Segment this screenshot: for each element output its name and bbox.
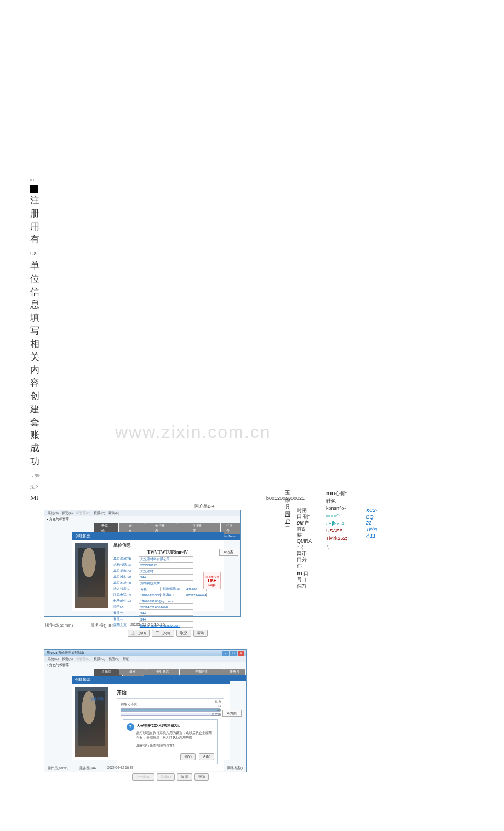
vt-3: 用 <box>30 221 39 232</box>
f1-label: 机构代码(O) <box>113 562 139 567</box>
ss1-menu-3[interactable]: 权限(O) <box>94 511 105 516</box>
wizard-image-icon <box>75 543 108 608</box>
f2-input[interactable]: 大光照材 <box>139 568 193 573</box>
f4-label: 单位地址(R) <box>113 580 139 585</box>
c2-r1b: 硝" <box>303 514 310 519</box>
ss2-r4: 总方案 <box>211 713 221 717</box>
f7-input[interactable]: 1362099306@qq.com <box>139 599 193 604</box>
f5-input[interactable]: 蒋昌 <box>139 587 161 591</box>
ss2-tab-f5[interactable]: 任务号 <box>224 669 245 675</box>
ss1-menu-2[interactable]: 帐套库(D) <box>76 511 90 516</box>
ss2-tab-f1[interactable]: 子系统 <box>94 669 119 675</box>
ss2-bottom-buttons: 上一步(U) 完成(F) 取 消 帮助 <box>113 773 227 781</box>
logo-placeholder[interactable]: 点这里爷选 U8+ Logo <box>203 572 221 589</box>
ss2-menu-0[interactable]: 系统(S) <box>48 657 59 662</box>
ss2-title: 用友U8[系统管理][演示版] <box>47 651 84 656</box>
f7-label: 电子邮件(E) <box>113 599 139 604</box>
ss1-wizard-body: 单位信息 TWVTWTUFSnn~lV 单位名称(N)大光照材料有限公司 机构代… <box>72 540 224 611</box>
ss2-confirm-box: ? 大光照材20XX1营科成功: 您可以现在执行系统共用的设置，或以后从企业应用… <box>123 719 218 764</box>
ss1-side-btn[interactable]: 6/方案 <box>219 549 238 556</box>
screenshot-init-dialog: 用友U8[系统管理][演示版] - □ × 系统(S) 帐套(A) 帐套库(D)… <box>44 649 247 772</box>
ss2-menu-5[interactable]: 帮助 <box>123 657 129 662</box>
vt-11: 相 <box>30 339 39 349</box>
ss2-wizard-header: 创建帐套 <box>72 676 230 684</box>
black-square-icon <box>30 185 38 193</box>
ss1-btn-prev[interactable]: 上一步(U) <box>128 630 150 637</box>
f4-input[interactable]: 湖南科技大学 <box>139 580 193 585</box>
progress-bar-1 <box>121 708 220 712</box>
logo-u8: U8+ <box>204 578 220 583</box>
ss2-footer-right: 网络方案() <box>227 766 243 771</box>
f0-input[interactable]: 大光照材料有限公司 <box>139 556 193 561</box>
f3-input[interactable]: 344 <box>139 574 193 579</box>
ss2-footer: 操作员(admin) 服务器()HR 2023-02-22 16:39 网络方案… <box>48 766 243 771</box>
ss2-start-label: 开始 <box>117 689 227 696</box>
ss2-msg-body2: 现在执行系统共同的设置? <box>136 743 214 748</box>
f10-input[interactable]: 344 <box>139 617 193 622</box>
ss1-btn-next[interactable]: 下一步(U) <box>152 630 174 637</box>
ss2-tab-f4[interactable]: 生期时间 <box>180 669 224 675</box>
op-b: 服务器()HR <box>90 622 113 628</box>
tiny-label-2: 法？ <box>30 485 39 490</box>
fax-input[interactable]: 873371###44 <box>185 593 207 597</box>
ss2-r1: 总点 <box>211 700 221 704</box>
logo-text: Logo <box>204 583 220 587</box>
f2-label: 单位简称(A) <box>113 568 139 573</box>
f3-label: 单位域名(D) <box>113 574 139 579</box>
ss2-bbtn-3[interactable]: 帮助 <box>194 773 209 781</box>
maximize-icon[interactable]: □ <box>230 651 237 656</box>
blue-2: Ti^^c 4 11 <box>366 527 377 539</box>
vt-6: 位 <box>30 274 39 284</box>
ss1-tree[interactable]: ▸ 角色与帐套库 <box>44 516 240 523</box>
ss2-footer-op: 操作员(admin) <box>48 766 68 771</box>
vt-15: 创 <box>30 391 39 401</box>
fax-label: 传真(F) <box>163 593 185 597</box>
c2-r6: 伟7厂 <box>297 583 312 589</box>
vt-16: 建 <box>30 404 39 414</box>
rb-line1b: 周户二 <box>285 511 290 531</box>
ss1-btn-cancel[interactable]: 取 消 <box>176 630 192 637</box>
vt-9: 填 <box>30 312 39 323</box>
ss2-menu-4[interactable]: 视图(V) <box>108 657 119 662</box>
ss1-menubar: 系统(S) 帐套(A) 帐套库(D) 权限(O) 帮助(H) <box>44 510 240 516</box>
ss2-menu-1[interactable]: 帐套(A) <box>62 657 73 662</box>
blue-1: XC2-CQ-22 <box>366 508 377 527</box>
ss2-tab-f2[interactable]: 命点 <box>119 669 146 675</box>
ss2-progress-panel: 初始化环境 总点 14 44 总方案 ? 大光照材20XX1营科成功: 您可以现… <box>117 698 224 771</box>
ss2-menu-2[interactable]: 帐套库(D) <box>76 657 90 662</box>
ss2-btn-yes[interactable]: 是(Y) <box>180 753 196 760</box>
f1-input[interactable]: 20XX30325 <box>139 562 193 567</box>
ss2-btn-no[interactable]: 否(N) <box>199 753 214 760</box>
ss2-tab-f3[interactable]: 会行状态 <box>146 669 179 675</box>
rb-line4: USASE Tivirk252; <box>326 528 347 541</box>
ss1-menu-4[interactable]: 帮助(H) <box>108 511 119 516</box>
ss1-menu-1[interactable]: 帐套(A) <box>62 511 73 516</box>
ss2-menu-3[interactable]: 权限(O) <box>94 657 105 662</box>
vt-13: 内 <box>30 365 39 375</box>
ss2-side-btn[interactable]: 6/方案 <box>222 710 242 717</box>
f6-input[interactable]: 19876126XXX <box>139 593 161 597</box>
close-icon[interactable]: × <box>238 651 244 656</box>
vt-8: 息 <box>30 299 39 310</box>
f9-input[interactable]: 344 <box>139 611 193 616</box>
ss2-footer-server: 服务器()HR <box>79 766 96 771</box>
ss2-msg-body1: 您可以现在执行系统共用的设置，或以后从企业应用平台，基础信息工具人口执行共用功能 <box>136 731 214 740</box>
ss2-ini-label: 初始化环境 <box>121 702 220 707</box>
f8-input[interactable]: 213945236563668 <box>139 605 193 610</box>
ss2-tree[interactable]: ▸ 角色与帐套库 <box>44 662 246 669</box>
screenshot-create-account-form: 系统(S) 帐套(A) 帐套库(D) 权限(O) 帮助(H) ▸ 角色与帐套库 … <box>44 510 241 617</box>
ss2-bbtn-2[interactable]: 取 消 <box>177 773 192 781</box>
minimize-icon[interactable]: - <box>222 651 229 656</box>
ss2-right-col: 总点 14 44 总方案 <box>211 700 221 717</box>
vt-10: 写 <box>30 326 39 336</box>
ss2-menubar: 系统(S) 帐套(A) 帐套库(D) 权限(O) 视图(V) 帮助 <box>44 656 246 662</box>
c2-r4: 网币口分伟 <box>297 551 312 570</box>
ss1-btn-help[interactable]: 帮助 <box>193 630 208 637</box>
label-u8: U8 <box>30 251 37 257</box>
vt-17: 套 <box>30 417 39 428</box>
ss2-form: 开始 创建帐套 初始化环境 总点 14 44 总方案 ? 大光照材20XX1营科… <box>111 684 230 760</box>
vt-12: 关 <box>30 352 39 362</box>
ss2-footer-time: 2023-02-22 16:39 <box>107 766 133 771</box>
ss1-form: 单位信息 TWVTWTUFSnn~lV 单位名称(N)大光照材料有限公司 机构代… <box>111 540 224 611</box>
ss1-menu-0[interactable]: 系统(S) <box>48 511 59 516</box>
